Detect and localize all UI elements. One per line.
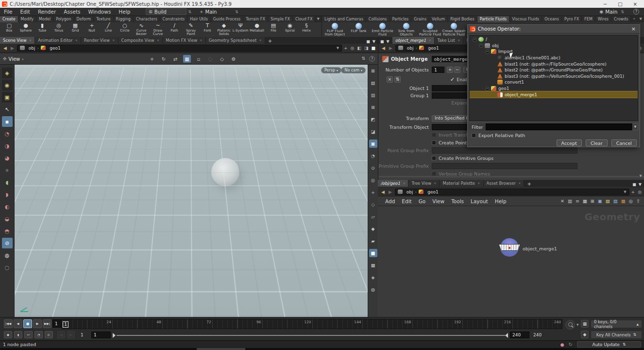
- shelf-tab[interactable]: Texture: [94, 16, 113, 22]
- pane-tab[interactable]: Motion FX View ×: [163, 37, 206, 44]
- visualizers-icon[interactable]: ◇: [369, 200, 377, 209]
- shelf-tab[interactable]: Hair Utils: [187, 16, 211, 22]
- collapse-icon[interactable]: −: [473, 37, 477, 42]
- play-reverse-button[interactable]: ◀: [14, 319, 22, 328]
- pane-tab-close-icon[interactable]: ×: [200, 38, 202, 42]
- multiparm-add-button[interactable]: +: [447, 67, 453, 73]
- main-desktop-select[interactable]: + Main: [197, 8, 234, 15]
- network-menu-item[interactable]: Go: [415, 198, 429, 204]
- next-key-button[interactable]: ▷: [67, 331, 75, 338]
- display-points-icon[interactable]: ▣: [369, 140, 377, 148]
- pose-tool-icon[interactable]: ◖: [2, 177, 13, 188]
- background-image-icon[interactable]: ▨: [613, 198, 618, 204]
- collapse-icon[interactable]: −: [485, 50, 490, 54]
- tree-item-obj[interactable]: − obj: [470, 43, 638, 49]
- path-dropdown-icon[interactable]: ▼: [337, 46, 339, 50]
- message-log-icon[interactable]: ●: [560, 342, 564, 347]
- camera-icon[interactable]: ◧: [357, 46, 361, 51]
- display-normals-icon[interactable]: ◪: [369, 127, 377, 136]
- multiparm-remove-button[interactable]: −: [454, 67, 460, 73]
- shelf-overflow-icon[interactable]: ▼: [315, 16, 322, 22]
- pane-tab-close-icon[interactable]: ×: [75, 38, 77, 42]
- thumbnail-icon[interactable]: ▣: [598, 198, 602, 204]
- shelf-tab[interactable]: Constraints: [160, 16, 188, 22]
- shelf-tab[interactable]: Deform: [74, 16, 94, 22]
- display-markers-icon[interactable]: +: [369, 188, 377, 196]
- network-menu-item[interactable]: Layout: [467, 198, 491, 204]
- tree-item-blast2[interactable]: − blast2 (not: @path=/GroundPlaneGeo/Pla…: [470, 67, 638, 73]
- tree-item-convert1[interactable]: − convert1: [470, 79, 638, 86]
- shelf-tab[interactable]: Particles: [390, 16, 412, 22]
- select-tool-icon[interactable]: ↖: [2, 104, 13, 115]
- pin-icon[interactable]: +: [631, 190, 635, 194]
- menu-item[interactable]: Windows: [84, 9, 115, 15]
- find-icon[interactable]: ◎: [629, 198, 633, 204]
- show-wireframe-icon[interactable]: ▤: [369, 79, 377, 87]
- tool-spray-paint[interactable]: ✎ Spray Paint: [183, 22, 199, 37]
- pane-tab[interactable]: Tree View ×: [408, 180, 440, 187]
- list-mode-icon[interactable]: ≡: [576, 198, 579, 204]
- collapse-icon[interactable]: −: [479, 43, 483, 48]
- panel-more-icon[interactable]: ▼: [640, 174, 642, 178]
- tool-file[interactable]: ▤ File: [265, 22, 282, 37]
- pane-tab[interactable]: Take List ×: [435, 37, 464, 44]
- breadcrumb-context[interactable]: obj: [407, 190, 413, 194]
- render-region-icon[interactable]: ◍: [2, 250, 13, 261]
- scale-handle-icon[interactable]: ⇄: [171, 55, 179, 63]
- display-prim-normals-icon[interactable]: ▰: [369, 237, 377, 245]
- tool-curve-bezier[interactable]: ∿ Curve Bezier: [133, 22, 150, 37]
- breadcrumb-context[interactable]: obj: [29, 46, 35, 51]
- shelf-tab[interactable]: Modify: [18, 16, 37, 22]
- tool-crown-splash-particle-fluid[interactable]: Crown Splash Particle Fluid: [442, 22, 466, 37]
- shelf-tab[interactable]: Characters: [134, 16, 160, 22]
- pane-menu-icon[interactable]: ▼: [373, 39, 375, 44]
- shelf-tab[interactable]: Viscous Fluids: [509, 16, 542, 22]
- back-button[interactable]: ◀: [380, 190, 386, 194]
- add-shelf-tab-button[interactable]: +: [631, 16, 638, 22]
- key-icon[interactable]: ◆: [581, 331, 589, 338]
- shelf-tab[interactable]: Rigging: [114, 16, 134, 22]
- shelf-tab[interactable]: Oceans: [542, 16, 562, 22]
- range-slider-right-handle[interactable]: [505, 333, 508, 338]
- dialog-close-button[interactable]: ×: [630, 26, 637, 32]
- lock-camera-icon[interactable]: ▥: [369, 91, 377, 99]
- tool-sculpted-particle-fluid[interactable]: Sculpted Particle Fluid: [418, 22, 442, 37]
- audio-icon[interactable]: ◖: [14, 331, 22, 338]
- help-button[interactable]: ?: [633, 9, 639, 15]
- desktop-right-label[interactable]: Main: [605, 9, 617, 15]
- white-square-icon[interactable]: ■: [371, 46, 375, 51]
- pane-tab-close-icon[interactable]: ×: [458, 38, 460, 42]
- invert-transform-checkbox[interactable]: [432, 133, 436, 137]
- shaded-mode-icon[interactable]: ◌: [206, 55, 214, 63]
- flipbook-icon[interactable]: ◌: [2, 262, 13, 273]
- tree-item-blast3[interactable]: − blast3 (not: @path=/VellumSourceGeo/Ic…: [470, 73, 638, 80]
- pane-maximize-icon[interactable]: ■: [632, 182, 636, 187]
- tree-item-geo1[interactable]: − geo1: [470, 86, 638, 92]
- collapse-icon[interactable]: −: [485, 87, 490, 91]
- menu-item[interactable]: Edit: [17, 9, 34, 15]
- timeline-ruler[interactable]: 24487296120144168192216240 1: [62, 319, 562, 329]
- view-pan-icon[interactable]: ◉: [2, 80, 13, 90]
- pane-tab-close-icon[interactable]: ×: [157, 38, 159, 42]
- shelf-tab[interactable]: Wires: [595, 16, 611, 22]
- range-end-field[interactable]: 240: [510, 332, 529, 338]
- shelf-tab[interactable]: FEM: [582, 16, 595, 22]
- new-pane-tab-button[interactable]: +: [265, 38, 275, 44]
- multiparm-drag-handle[interactable]: ⇅: [394, 76, 401, 83]
- tool-emit-particle-fluid[interactable]: Emit Particle Fluid: [371, 22, 394, 37]
- shelf-tab[interactable]: Terrain FX: [243, 16, 268, 22]
- shelf-tab[interactable]: Create: [0, 16, 18, 22]
- tool-flip-fluid-from-object[interactable]: FLIP Fluid from Object: [323, 22, 347, 37]
- pane-tab[interactable]: Scene View ×: [0, 37, 35, 44]
- network-menu-item[interactable]: Help: [491, 198, 510, 204]
- hide-objects-icon[interactable]: ⊠: [369, 67, 377, 75]
- forward-button[interactable]: ▶: [388, 190, 393, 194]
- pane-tab[interactable]: Asset Browser ×: [484, 180, 525, 187]
- shelf-tab[interactable]: Vellum: [429, 16, 448, 22]
- viewport-help-icon[interactable]: ?: [369, 56, 375, 62]
- path-breadcrumb[interactable]: obj › geo1 ▼: [17, 45, 342, 52]
- pane-tab-close-icon[interactable]: ×: [259, 38, 261, 42]
- display-options-icon[interactable]: ⇅: [361, 56, 365, 62]
- range-slider[interactable]: [117, 335, 505, 336]
- display-particle-origins-icon[interactable]: ⊙: [369, 164, 377, 172]
